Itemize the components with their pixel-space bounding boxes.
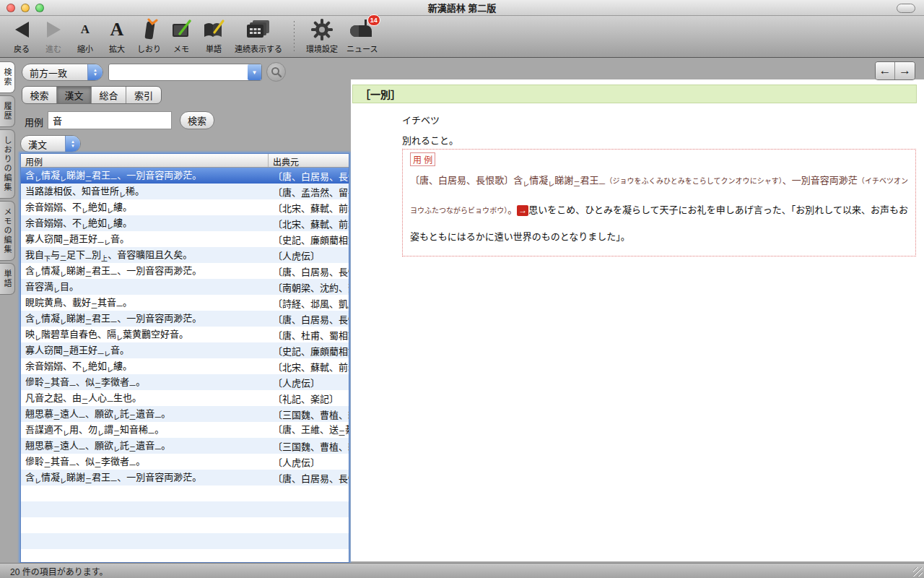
table-row[interactable]: 含レ情凝レ睇謝二君王一、一別音容両渺茫。〔唐、白居易、長恨歌〕 [21,263,349,279]
table-row[interactable]: 含レ情凝レ睇謝二君王一、一別音容両渺茫。〔唐、白居易、長恨歌〕 [21,470,349,486]
table-row[interactable]: 凡音之起、由二人心一生也。〔礼記、楽記〕 [21,390,349,406]
entry-reading: イチベツ [402,113,440,126]
sidebar-tab-検索[interactable]: 検索 [0,61,15,93]
dictionary-popup[interactable]: 漢文 ▲▼ [20,135,81,152]
toolbar-toggle-button[interactable] [897,4,915,13]
entry-definition: 別れること。 [402,133,458,147]
table-row[interactable]: 吾謀適不レ用、勿レ謂二知音稀一。〔唐、王維、送二綦毋潜落第還郷詩〕 [21,422,349,438]
toolbar: 戻る進むA縮小A拡大しおりメモ単語連続表示する環境設定14ニュース [0,16,924,58]
toolbar-bookmark-button[interactable]: しおり [133,17,165,54]
example-cell: 音容満レ目。 [21,279,269,295]
table-row[interactable]: 余音嫋嫋、不レ絶如レ縷。〔北宋、蘇軾、前赤壁賦〕 [21,215,349,231]
match-mode-value: 前方一致 [22,66,87,79]
small-letter-a-icon: A [81,17,90,42]
table-row[interactable]: 映レ階碧草自春色、隔レ葉黄鸝空好音。〔唐、杜甫、蜀相詩〕 [21,327,349,342]
search-button[interactable]: 検索 [180,111,214,129]
toolbar-continuous-button[interactable]: 連続表示する [230,17,287,54]
search-tab-検索[interactable]: 検索 [22,87,57,103]
table-row[interactable]: 翹思慕二遠人一、願欲レ託二遺音一。〔三国魏、曹植、雑詩〕 [21,438,349,454]
example-cell: 含レ情凝レ睇謝二君王一、一別音容両渺茫。 [21,263,269,279]
magnifier-button[interactable] [266,62,286,82]
sidebar-tab-strip: 検索履歴しおりの編集メモの編集単語 [0,61,16,295]
example-cell: 寡人窃聞二趙王好一レ音。 [21,342,269,358]
toolbar-memo-button[interactable]: メモ [165,17,197,54]
toolbar-zoom-in-button[interactable]: A拡大 [101,17,133,54]
example-cell: 翹思慕二遠人一、願欲レ託二遺音一。 [21,406,269,422]
column-header-source[interactable]: 出典元 [269,154,349,167]
forward-arrow-icon [47,17,61,42]
mailbox-icon: 14 [350,17,375,42]
source-cell: 〔唐、白居易、長恨歌〕 [269,169,349,183]
toolbar-item-label: 拡大 [109,43,125,54]
table-row[interactable]: 翹思慕二遠人一、願欲レ託二遺音一。〔三国魏、曹植、雑詩〕 [21,406,349,422]
example-segment-kanbun: 、一別音容両渺茫 [783,175,858,186]
example-box: 用 例 〔唐、白居易、長恨歌〕含レ情凝レ睇謝二君王一（ジョウをふくみひとみをこら… [402,149,916,256]
next-entry-button[interactable]: → [895,62,915,79]
table-row[interactable]: 含レ情凝レ睇謝二君王一、一別音容両渺茫。〔唐、白居易、長恨歌〕 [21,168,349,184]
minimize-button[interactable] [21,4,30,12]
stacked-cards-icon [245,17,271,42]
keyword-combo[interactable]: ▼ [108,64,262,81]
source-cell: 〔唐、白居易、長恨歌〕 [269,471,349,485]
source-cell: 〔唐、白居易、長恨歌〕 [269,312,349,326]
table-row[interactable]: 傪聆二其音一、似二李徴者一。〔人虎伝〕 [21,374,349,390]
table-row[interactable]: 当路誰相仮、知音世所レ稀。〔唐、孟浩然、留-別王維詩〕 [21,184,349,199]
zoom-button[interactable] [35,4,44,12]
example-segment-kanbun: 。 [507,204,517,215]
table-row[interactable]: 我自下与二足下一別上、音容曠阻且久矣。〔人虎伝〕 [21,247,349,263]
toolbar-item-label: しおり [137,43,161,54]
toolbar-item-label: メモ [173,43,189,54]
sidebar-tab-メモの編集[interactable]: メモの編集 [0,201,15,261]
search-tab-総合[interactable]: 総合 [92,87,126,103]
combo-dropdown-icon[interactable]: ▼ [248,64,261,80]
table-row[interactable]: 余音嫋嫋、不レ絶如レ縷。〔北宋、蘇軾、前赤壁賦〕 [21,358,349,374]
table-row[interactable]: 余音嫋嫋、不レ絶如レ縷。〔北宋、蘇軾、前赤壁賦〕 [21,199,349,215]
left-arrow-icon: ← [879,64,892,78]
table-row[interactable]: 寡人窃聞二趙王好一レ音。〔史記、廉頗藺相如列伝〕 [21,231,349,247]
prev-entry-button[interactable]: ← [876,62,895,79]
large-letter-a-icon: A [110,17,124,42]
source-cell: 〔史記、廉頗藺相如列伝〕 [269,344,349,358]
sidebar-tab-単語[interactable]: 単語 [0,263,15,295]
results-table-body: 含レ情凝レ睇謝二君王一、一別音容両渺茫。〔唐、白居易、長恨歌〕当路誰相仮、知音世… [21,168,349,562]
source-cell: 〔詩経、邶風、凱風〕 [269,296,349,310]
example-cell: 映レ階碧草自春色、隔レ葉黄鸝空好音。 [21,327,269,342]
sidebar-tab-しおりの編集[interactable]: しおりの編集 [0,129,15,199]
toolbar-preferences-button[interactable]: 環境設定 [302,17,342,54]
toolbar-back-button[interactable]: 戻る [6,17,38,54]
resize-grip-icon[interactable] [913,567,923,577]
match-mode-popup[interactable]: 前方一致 ▲▼ [22,64,103,81]
keyword-input[interactable] [109,64,248,80]
source-cell: 〔南朝梁、沈約、斉故安陸昭王碑文〕 [269,280,349,294]
source-cell: 〔人虎伝〕 [269,249,349,262]
example-cell: 吾謀適不レ用、勿レ謂二知音稀一。 [21,422,269,438]
toolbar-word-button[interactable]: 単語 [197,17,230,54]
search-category-tabs: 検索漢文総合索引 [22,86,162,104]
example-field-input[interactable] [48,111,172,129]
example-cell: 傪聆二其音一、似二李徴者一。 [21,374,269,390]
source-cell: 〔北宋、蘇軾、前赤壁賦〕 [269,201,349,215]
memo-pen-icon [170,17,193,42]
search-tab-索引[interactable]: 索引 [126,87,161,103]
sidebar-tab-履歴[interactable]: 履歴 [0,95,15,127]
table-row[interactable]: 寡人窃聞二趙王好一レ音。〔史記、廉頗藺相如列伝〕 [21,342,349,358]
table-row[interactable]: 傪聆二其音一、似二李徴者一。〔人虎伝〕 [21,454,349,470]
close-button[interactable] [6,4,15,12]
toolbar-item-label: 進む [45,43,61,54]
search-tab-漢文[interactable]: 漢文 [57,87,92,103]
example-cell: 当路誰相仮、知音世所レ稀。 [21,184,269,199]
table-row[interactable]: 音容満レ目。〔南朝梁、沈約、斉故安陸昭王碑文〕 [21,279,349,295]
source-cell: 〔人虎伝〕 [269,376,349,389]
example-cell: 余音嫋嫋、不レ絶如レ縷。 [21,199,269,215]
table-row[interactable]: 含レ情凝レ睇謝二君王一、一別音容両渺茫。〔唐、白居易、長恨歌〕 [21,311,349,327]
news-count-badge: 14 [367,14,380,26]
column-header-example[interactable]: 用例 [21,154,269,167]
example-cell: 含レ情凝レ睇謝二君王一、一別音容両渺茫。 [21,168,269,184]
table-row[interactable]: 睍睆黄鳥、載好二其音一。〔詩経、邶風、凱風〕 [21,295,349,311]
toolbar-zoom-out-button[interactable]: A縮小 [69,17,101,54]
right-arrow-icon: → [899,64,911,78]
toolbar-separator [294,21,295,53]
example-label: 用 例 [410,152,435,166]
toolbar-news-button[interactable]: 14ニュース [342,17,382,54]
source-cell: 〔唐、杜甫、蜀相詩〕 [269,328,349,342]
